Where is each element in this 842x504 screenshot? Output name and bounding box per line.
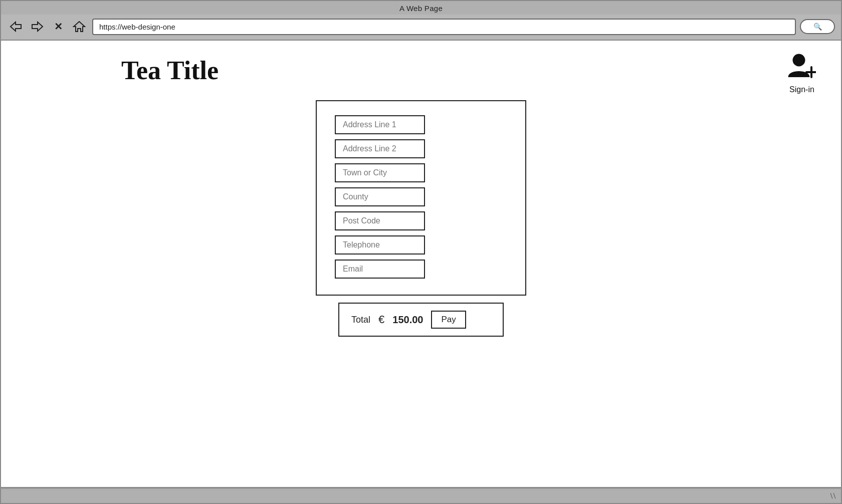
resize-handle: ⧵⧵ — [830, 491, 836, 500]
currency-symbol: € — [378, 313, 384, 326]
email-input[interactable] — [335, 260, 425, 279]
nav-buttons: ✕ — [7, 18, 88, 36]
page-content: Tea Title Sign-in — [1, 41, 841, 487]
pay-button[interactable]: Pay — [431, 311, 466, 329]
browser-content: Tea Title Sign-in — [0, 41, 842, 488]
browser-chrome: A Web Page ✕ https://web-design-one — [0, 0, 842, 41]
county-input[interactable] — [335, 187, 425, 206]
total-amount: 150.00 — [392, 314, 423, 326]
address-line1-input[interactable] — [335, 115, 425, 134]
user-plus-icon — [788, 53, 816, 79]
payment-bar: Total € 150.00 Pay — [338, 303, 504, 337]
back-button[interactable] — [7, 18, 25, 36]
sign-in-icon — [788, 53, 816, 83]
town-city-input[interactable] — [335, 163, 425, 182]
home-icon — [72, 20, 86, 34]
home-button[interactable] — [70, 18, 88, 36]
close-button[interactable]: ✕ — [49, 18, 67, 36]
total-label: Total — [351, 315, 370, 325]
telephone-input[interactable] — [335, 235, 425, 255]
search-icon: 🔍 — [813, 23, 822, 31]
sign-in-label: Sign-in — [789, 85, 814, 94]
browser-title-text: A Web Page — [399, 4, 443, 13]
browser-bottom-bar: ⧵⧵ — [0, 488, 842, 504]
svg-point-0 — [793, 55, 804, 66]
address-line2-input[interactable] — [335, 139, 425, 158]
sign-in-area[interactable]: Sign-in — [788, 53, 816, 94]
page-title: Tea Title — [121, 56, 219, 85]
browser-toolbar: ✕ https://web-design-one 🔍 — [1, 15, 841, 40]
browser-title: A Web Page — [1, 1, 841, 15]
search-button[interactable]: 🔍 — [800, 19, 835, 34]
postcode-input[interactable] — [335, 211, 425, 230]
address-bar[interactable]: https://web-design-one — [92, 19, 796, 35]
forward-icon — [30, 20, 44, 34]
back-icon — [9, 20, 23, 34]
address-form — [316, 100, 526, 296]
form-section: Total € 150.00 Pay — [21, 100, 821, 337]
forward-button[interactable] — [28, 18, 46, 36]
